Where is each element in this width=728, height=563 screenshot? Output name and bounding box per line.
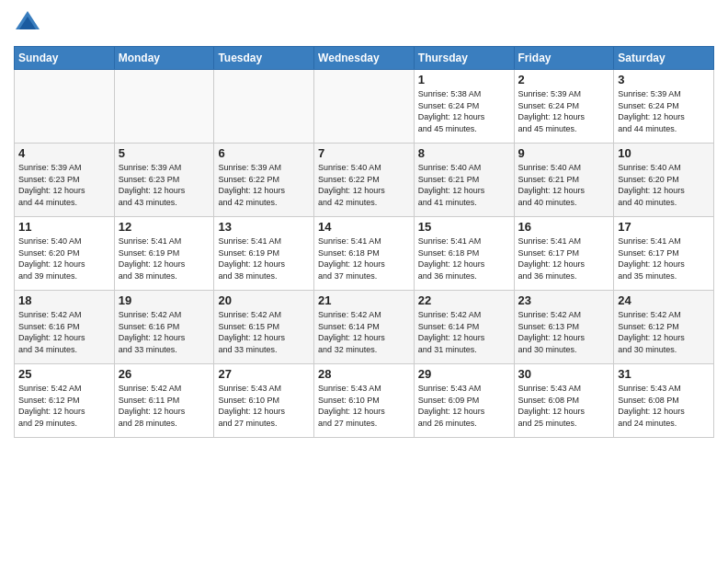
header-monday: Monday xyxy=(114,47,214,70)
day-number: 30 xyxy=(518,367,610,381)
logo-icon xyxy=(14,9,41,37)
calendar-cell: 10Sunrise: 5:40 AM Sunset: 6:20 PM Dayli… xyxy=(614,144,714,217)
day-info: Sunrise: 5:42 AM Sunset: 6:14 PM Dayligh… xyxy=(318,309,410,355)
day-info: Sunrise: 5:40 AM Sunset: 6:20 PM Dayligh… xyxy=(618,162,710,208)
calendar-cell: 27Sunrise: 5:43 AM Sunset: 6:10 PM Dayli… xyxy=(214,364,314,438)
calendar-cell: 8Sunrise: 5:40 AM Sunset: 6:21 PM Daylig… xyxy=(414,144,514,217)
calendar-cell: 17Sunrise: 5:41 AM Sunset: 6:17 PM Dayli… xyxy=(614,217,714,291)
day-info: Sunrise: 5:41 AM Sunset: 6:17 PM Dayligh… xyxy=(618,236,710,282)
day-number: 20 xyxy=(218,293,310,307)
day-info: Sunrise: 5:41 AM Sunset: 6:19 PM Dayligh… xyxy=(119,236,210,282)
calendar-cell: 22Sunrise: 5:42 AM Sunset: 6:14 PM Dayli… xyxy=(414,291,514,364)
day-info: Sunrise: 5:42 AM Sunset: 6:16 PM Dayligh… xyxy=(119,309,210,355)
day-number: 10 xyxy=(618,146,710,160)
day-info: Sunrise: 5:43 AM Sunset: 6:10 PM Dayligh… xyxy=(318,383,410,429)
day-info: Sunrise: 5:41 AM Sunset: 6:17 PM Dayligh… xyxy=(518,236,610,282)
calendar-cell: 6Sunrise: 5:39 AM Sunset: 6:22 PM Daylig… xyxy=(214,144,314,217)
day-number: 12 xyxy=(119,220,210,234)
header-wednesday: Wednesday xyxy=(314,47,415,70)
day-number: 3 xyxy=(618,73,710,86)
day-info: Sunrise: 5:40 AM Sunset: 6:21 PM Dayligh… xyxy=(518,162,610,208)
day-number: 25 xyxy=(18,367,110,381)
day-info: Sunrise: 5:43 AM Sunset: 6:08 PM Dayligh… xyxy=(518,383,610,429)
day-number: 23 xyxy=(518,293,610,307)
day-info: Sunrise: 5:42 AM Sunset: 6:11 PM Dayligh… xyxy=(119,383,210,429)
day-info: Sunrise: 5:39 AM Sunset: 6:23 PM Dayligh… xyxy=(119,162,210,208)
calendar-cell: 21Sunrise: 5:42 AM Sunset: 6:14 PM Dayli… xyxy=(314,291,415,364)
day-info: Sunrise: 5:40 AM Sunset: 6:21 PM Dayligh… xyxy=(418,162,510,208)
day-number: 19 xyxy=(119,293,210,307)
day-info: Sunrise: 5:43 AM Sunset: 6:08 PM Dayligh… xyxy=(618,383,710,429)
day-info: Sunrise: 5:40 AM Sunset: 6:22 PM Dayligh… xyxy=(318,162,410,208)
calendar-cell xyxy=(314,70,415,144)
calendar-cell xyxy=(15,70,115,144)
day-info: Sunrise: 5:41 AM Sunset: 6:19 PM Dayligh… xyxy=(218,236,310,282)
calendar-cell: 29Sunrise: 5:43 AM Sunset: 6:09 PM Dayli… xyxy=(414,364,514,438)
calendar-cell: 19Sunrise: 5:42 AM Sunset: 6:16 PM Dayli… xyxy=(114,291,214,364)
calendar-cell: 3Sunrise: 5:39 AM Sunset: 6:24 PM Daylig… xyxy=(614,70,714,144)
day-info: Sunrise: 5:41 AM Sunset: 6:18 PM Dayligh… xyxy=(418,236,510,282)
calendar-cell: 18Sunrise: 5:42 AM Sunset: 6:16 PM Dayli… xyxy=(15,291,115,364)
day-info: Sunrise: 5:42 AM Sunset: 6:12 PM Dayligh… xyxy=(18,383,110,429)
day-number: 26 xyxy=(119,367,210,381)
day-number: 11 xyxy=(18,220,110,234)
day-info: Sunrise: 5:39 AM Sunset: 6:23 PM Dayligh… xyxy=(18,162,110,208)
day-info: Sunrise: 5:39 AM Sunset: 6:24 PM Dayligh… xyxy=(518,88,610,134)
header-friday: Friday xyxy=(514,47,614,70)
day-number: 1 xyxy=(418,73,510,86)
day-number: 14 xyxy=(318,220,410,234)
day-info: Sunrise: 5:43 AM Sunset: 6:10 PM Dayligh… xyxy=(218,383,310,429)
day-info: Sunrise: 5:43 AM Sunset: 6:09 PM Dayligh… xyxy=(418,383,510,429)
day-info: Sunrise: 5:42 AM Sunset: 6:16 PM Dayligh… xyxy=(18,309,110,355)
calendar-cell: 28Sunrise: 5:43 AM Sunset: 6:10 PM Dayli… xyxy=(314,364,415,438)
calendar-cell: 26Sunrise: 5:42 AM Sunset: 6:11 PM Dayli… xyxy=(114,364,214,438)
logo xyxy=(14,9,45,37)
day-number: 21 xyxy=(318,293,410,307)
day-number: 6 xyxy=(218,146,310,160)
calendar-cell: 2Sunrise: 5:39 AM Sunset: 6:24 PM Daylig… xyxy=(514,70,614,144)
day-info: Sunrise: 5:42 AM Sunset: 6:14 PM Dayligh… xyxy=(418,309,510,355)
day-info: Sunrise: 5:41 AM Sunset: 6:18 PM Dayligh… xyxy=(318,236,410,282)
day-info: Sunrise: 5:39 AM Sunset: 6:22 PM Dayligh… xyxy=(218,162,310,208)
day-info: Sunrise: 5:42 AM Sunset: 6:13 PM Dayligh… xyxy=(518,309,610,355)
day-number: 7 xyxy=(318,146,410,160)
calendar-cell: 25Sunrise: 5:42 AM Sunset: 6:12 PM Dayli… xyxy=(15,364,115,438)
day-number: 16 xyxy=(518,220,610,234)
day-number: 8 xyxy=(418,146,510,160)
calendar-cell xyxy=(214,70,314,144)
week-row-1: 4Sunrise: 5:39 AM Sunset: 6:23 PM Daylig… xyxy=(15,144,714,217)
header-row: SundayMondayTuesdayWednesdayThursdayFrid… xyxy=(15,47,714,70)
day-number: 2 xyxy=(518,73,610,86)
week-row-4: 25Sunrise: 5:42 AM Sunset: 6:12 PM Dayli… xyxy=(15,364,714,438)
week-row-0: 1Sunrise: 5:38 AM Sunset: 6:24 PM Daylig… xyxy=(15,70,714,144)
day-number: 18 xyxy=(18,293,110,307)
calendar-cell: 30Sunrise: 5:43 AM Sunset: 6:08 PM Dayli… xyxy=(514,364,614,438)
day-number: 17 xyxy=(618,220,710,234)
calendar-cell: 20Sunrise: 5:42 AM Sunset: 6:15 PM Dayli… xyxy=(214,291,314,364)
calendar-table: SundayMondayTuesdayWednesdayThursdayFrid… xyxy=(14,46,714,438)
day-info: Sunrise: 5:42 AM Sunset: 6:15 PM Dayligh… xyxy=(218,309,310,355)
header-thursday: Thursday xyxy=(414,47,514,70)
calendar-cell: 16Sunrise: 5:41 AM Sunset: 6:17 PM Dayli… xyxy=(514,217,614,291)
day-number: 5 xyxy=(119,146,210,160)
day-number: 22 xyxy=(418,293,510,307)
calendar-cell: 9Sunrise: 5:40 AM Sunset: 6:21 PM Daylig… xyxy=(514,144,614,217)
header-tuesday: Tuesday xyxy=(214,47,314,70)
day-number: 9 xyxy=(518,146,610,160)
calendar-cell: 5Sunrise: 5:39 AM Sunset: 6:23 PM Daylig… xyxy=(114,144,214,217)
day-number: 27 xyxy=(218,367,310,381)
day-info: Sunrise: 5:40 AM Sunset: 6:20 PM Dayligh… xyxy=(18,236,110,282)
calendar-cell: 12Sunrise: 5:41 AM Sunset: 6:19 PM Dayli… xyxy=(114,217,214,291)
calendar-cell xyxy=(114,70,214,144)
calendar-cell: 31Sunrise: 5:43 AM Sunset: 6:08 PM Dayli… xyxy=(614,364,714,438)
calendar-cell: 24Sunrise: 5:42 AM Sunset: 6:12 PM Dayli… xyxy=(614,291,714,364)
day-number: 29 xyxy=(418,367,510,381)
calendar-cell: 15Sunrise: 5:41 AM Sunset: 6:18 PM Dayli… xyxy=(414,217,514,291)
calendar-cell: 23Sunrise: 5:42 AM Sunset: 6:13 PM Dayli… xyxy=(514,291,614,364)
week-row-2: 11Sunrise: 5:40 AM Sunset: 6:20 PM Dayli… xyxy=(15,217,714,291)
day-info: Sunrise: 5:38 AM Sunset: 6:24 PM Dayligh… xyxy=(418,88,510,134)
calendar-cell: 11Sunrise: 5:40 AM Sunset: 6:20 PM Dayli… xyxy=(15,217,115,291)
day-info: Sunrise: 5:42 AM Sunset: 6:12 PM Dayligh… xyxy=(618,309,710,355)
calendar-cell: 1Sunrise: 5:38 AM Sunset: 6:24 PM Daylig… xyxy=(414,70,514,144)
day-number: 28 xyxy=(318,367,410,381)
